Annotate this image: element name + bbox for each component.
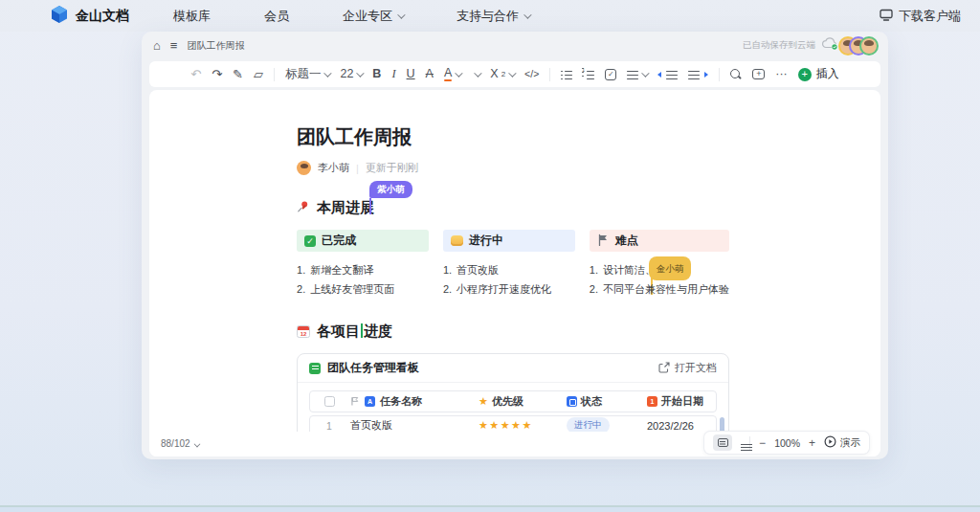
insert-button[interactable]: + 插入: [798, 66, 839, 82]
author-name: 李小萌: [318, 161, 349, 175]
eraser-icon: ▱: [254, 68, 263, 80]
hamburger-icon: ≡: [170, 38, 178, 53]
document-canvas[interactable]: 团队工作周报 李小萌 | 更新于刚刚 本周进展 紫小萌: [149, 90, 880, 456]
byline: 李小萌 | 更新于刚刚: [297, 161, 729, 175]
author-avatar: [297, 161, 311, 175]
collab-cursor-caret: [369, 198, 371, 214]
avatar[interactable]: [861, 38, 877, 54]
column-header-date: 开始日期: [661, 394, 703, 409]
pushpin-icon: [297, 200, 310, 216]
chevron-down-icon: [397, 11, 405, 18]
brand[interactable]: 金山文档: [50, 5, 129, 28]
numbered-list-icon: [583, 70, 594, 79]
more-icon: ···: [775, 68, 788, 80]
redo-icon: ↷: [212, 68, 222, 80]
toolbar-divider: [549, 68, 550, 81]
chevron-down-icon: [193, 440, 200, 447]
fit-width-icon: [718, 438, 728, 447]
undo-button[interactable]: ↶: [190, 68, 201, 80]
nav-item-membership[interactable]: 会员: [264, 8, 289, 25]
present-button[interactable]: 演示: [824, 435, 860, 450]
flag-icon: [597, 234, 610, 249]
chevron-down-icon: [474, 69, 481, 77]
redo-button[interactable]: ↷: [212, 68, 222, 80]
home-icon: ⌂: [153, 38, 161, 53]
flag-icon: [350, 396, 360, 408]
clear-format-button[interactable]: ▱: [254, 68, 263, 80]
toolbar: ↶ ↷ ✎ ▱ 标题一 22 B I U A A X2 </> ✓ + ··· …: [149, 61, 880, 87]
card-header: 团队任务管理看板 打开文档: [298, 354, 728, 383]
save-status: 已自动保存到云端: [743, 39, 815, 52]
updated-time: 更新于刚刚: [366, 161, 418, 175]
list-item: 上线好友管理页面: [297, 279, 429, 299]
italic-button[interactable]: I: [391, 68, 395, 80]
more-button[interactable]: ···: [775, 68, 788, 80]
play-icon: [824, 435, 836, 450]
view-controls: − 100% + 演示: [704, 432, 869, 454]
zoom-in-button[interactable]: +: [809, 436, 815, 450]
bullet-list-button[interactable]: [561, 70, 572, 79]
toolbar-divider: [274, 68, 275, 81]
nav-item-support[interactable]: 支持与合作: [457, 8, 529, 25]
word-count-dropdown[interactable]: 88/102: [161, 438, 200, 449]
text-field-icon: A: [365, 396, 375, 407]
code-block-button[interactable]: </>: [524, 69, 539, 79]
open-document-button[interactable]: 打开文档: [658, 361, 717, 375]
highlight-color-button[interactable]: [471, 72, 479, 78]
indent-decrease-button[interactable]: [657, 70, 678, 79]
page-bottom-strip: [0, 505, 980, 512]
fist-emoji-icon: [451, 235, 463, 246]
strikethrough-button[interactable]: A: [426, 68, 434, 80]
indent-increase-icon: [704, 72, 708, 78]
search-button[interactable]: [730, 69, 742, 80]
underline-button[interactable]: U: [407, 68, 415, 80]
chevron-down-icon: [641, 69, 649, 77]
list-item: 新增全文翻译: [297, 260, 429, 279]
editor-window: ⌂ ≡ 团队工作周报 已自动保存到云端 ↶ ↷ ✎ ▱: [142, 32, 888, 459]
select-all-checkbox[interactable]: [324, 396, 335, 407]
align-icon: [627, 70, 638, 79]
bullet-list-icon: [561, 70, 572, 79]
zoom-out-button[interactable]: −: [759, 436, 766, 450]
comment-button[interactable]: +: [752, 69, 765, 79]
column-difficulties: 难点 设计简洁、易 金小萌 不同平台兼容性与用户体验: [590, 230, 729, 299]
nav-item-enterprise[interactable]: 企业专区: [343, 8, 403, 25]
home-button[interactable]: ⌂: [153, 39, 161, 52]
chevron-down-icon: [508, 69, 516, 77]
chevron-down-icon: [455, 69, 462, 77]
align-button[interactable]: [627, 70, 647, 79]
calendar-icon: [297, 325, 310, 338]
format-painter-button[interactable]: ✎: [233, 68, 243, 80]
superscript-button[interactable]: X2: [490, 68, 514, 80]
font-size-select[interactable]: 22: [340, 68, 362, 80]
indent-decrease-icon: [657, 72, 661, 78]
nav-items: 模板库 会员 企业专区 支持与合作: [173, 8, 529, 25]
collab-cursor-caret: [361, 323, 363, 338]
indent-increase-button[interactable]: [688, 70, 708, 79]
task-list-button[interactable]: ✓: [605, 69, 616, 80]
priority-stars[interactable]: ★★★★★: [479, 419, 567, 432]
heading-style-select[interactable]: 标题一: [285, 68, 330, 80]
collab-cursor-label: 紫小萌: [369, 181, 412, 198]
check-emoji-icon: ✓: [304, 235, 316, 247]
chevron-down-icon: [523, 11, 531, 18]
font-color-icon: A: [444, 67, 452, 82]
collaborator-avatars: [845, 38, 877, 54]
section-heading-projects: 各项目进度: [297, 323, 729, 341]
cloud-saved-icon: [821, 36, 839, 55]
open-external-icon: [658, 362, 670, 375]
download-client-button[interactable]: 下载客户端: [880, 8, 961, 25]
collab-cursor-label: 金小萌: [649, 256, 692, 280]
comment-icon: +: [752, 69, 765, 79]
chevron-down-icon: [324, 69, 332, 77]
font-color-button[interactable]: A: [444, 67, 460, 82]
nav-item-templates[interactable]: 模板库: [173, 8, 211, 25]
status-field-icon: [567, 396, 577, 407]
table-header-row: A 任务名称 ★ 优先级 状态 1 开始日期: [309, 390, 717, 412]
menu-button[interactable]: ≡: [170, 39, 178, 52]
zoom-level[interactable]: 100%: [774, 437, 800, 449]
bold-button[interactable]: B: [372, 68, 381, 80]
numbered-list-button[interactable]: [583, 70, 594, 79]
fit-width-button[interactable]: [713, 434, 732, 451]
document-body: 团队工作周报 李小萌 | 更新于刚刚 本周进展 紫小萌: [297, 124, 729, 456]
